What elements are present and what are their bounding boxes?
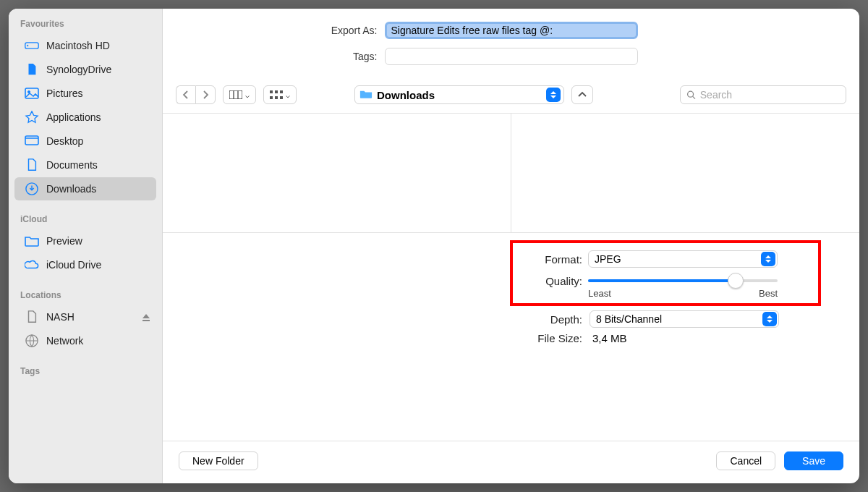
quality-best: Best xyxy=(759,288,778,299)
folder-popup-label: Downloads xyxy=(377,89,435,101)
sidebar-item-network[interactable]: Network xyxy=(14,329,156,352)
eject-icon[interactable] xyxy=(142,313,150,321)
documents-icon xyxy=(25,158,39,171)
drive-icon xyxy=(25,310,39,323)
cloud-icon xyxy=(25,258,39,271)
quality-slider[interactable] xyxy=(588,273,778,288)
svg-rect-13 xyxy=(275,90,278,93)
svg-point-18 xyxy=(688,91,694,97)
filesize-label: File Size: xyxy=(163,332,582,344)
filesize-value: 3,4 MB xyxy=(592,332,627,344)
sidebar-item-label: Applications xyxy=(46,111,101,123)
section-tags: Tags xyxy=(9,363,162,381)
export-options: Format: JPEG Quality: Least Best xyxy=(163,233,859,441)
svg-line-19 xyxy=(693,96,695,98)
search-box[interactable] xyxy=(680,85,846,104)
highlighted-box: Format: JPEG Quality: Least Best xyxy=(510,240,821,306)
header: Export As: Tags: xyxy=(163,9,859,81)
sidebar-item-documents[interactable]: Documents xyxy=(14,153,156,177)
document-icon xyxy=(25,63,39,76)
export-dialog: Favourites Macintosh HD SynologyDrive Pi… xyxy=(9,9,859,483)
search-icon xyxy=(686,90,696,100)
sidebar-item-label: Preview xyxy=(46,235,82,247)
sidebar-item-desktop[interactable]: Desktop xyxy=(14,130,156,153)
view-grid-button[interactable]: ⌵ xyxy=(263,85,297,104)
chevron-down-icon: ⌵ xyxy=(245,91,250,99)
sidebar-item-label: iCloud Drive xyxy=(46,259,101,271)
sidebar-item-label: Macintosh HD xyxy=(46,40,110,51)
main-panel: Export As: Tags: ⌵ ⌵ xyxy=(163,9,859,483)
browser-column-2[interactable] xyxy=(511,114,859,232)
sidebar-item-downloads[interactable]: Downloads xyxy=(14,177,156,200)
harddrive-icon xyxy=(25,39,39,52)
sidebar-item-preview[interactable]: Preview xyxy=(14,229,156,253)
sidebar-item-label: NASH xyxy=(46,311,75,323)
svg-rect-7 xyxy=(142,320,150,321)
sidebar-item-synologydrive[interactable]: SynologyDrive xyxy=(14,58,156,81)
svg-rect-4 xyxy=(25,136,38,145)
sidebar-item-label: Network xyxy=(46,335,83,347)
svg-rect-2 xyxy=(25,88,38,98)
sidebar-item-pictures[interactable]: Pictures xyxy=(14,82,156,105)
sidebar-item-icloud-drive[interactable]: iCloud Drive xyxy=(14,253,156,276)
sidebar-item-label: Pictures xyxy=(46,88,83,99)
cancel-button[interactable]: Cancel xyxy=(716,451,775,470)
toolbar: ⌵ ⌵ Downloads xyxy=(163,81,859,114)
export-as-input[interactable] xyxy=(385,22,638,39)
folder-popup[interactable]: Downloads xyxy=(354,85,564,104)
format-label: Format: xyxy=(522,253,582,266)
stepper-icon xyxy=(546,88,561,102)
sidebar-item-nash[interactable]: NASH xyxy=(14,305,156,328)
svg-rect-16 xyxy=(275,96,278,99)
svg-rect-17 xyxy=(280,96,283,99)
format-value: JPEG xyxy=(595,253,621,265)
stepper-icon xyxy=(761,252,775,266)
quality-scale: Least Best xyxy=(588,288,778,299)
nav-back-forward xyxy=(176,85,216,104)
svg-point-1 xyxy=(27,45,28,46)
export-as-label: Export As: xyxy=(168,25,385,36)
network-icon xyxy=(25,334,39,347)
pictures-icon xyxy=(25,87,39,100)
search-input[interactable] xyxy=(700,89,840,101)
new-folder-button[interactable]: New Folder xyxy=(179,451,258,470)
depth-popup[interactable]: 8 Bits/Channel xyxy=(590,310,779,328)
collapse-button[interactable] xyxy=(571,85,593,104)
applications-icon xyxy=(25,111,39,124)
sidebar-item-label: SynologyDrive xyxy=(46,64,111,75)
tags-label: Tags: xyxy=(168,51,385,62)
back-button[interactable] xyxy=(176,85,195,104)
svg-rect-14 xyxy=(280,90,283,93)
browser-column-1[interactable] xyxy=(163,114,511,232)
sidebar: Favourites Macintosh HD SynologyDrive Pi… xyxy=(9,9,163,483)
downloads-icon xyxy=(25,182,39,195)
quality-least: Least xyxy=(588,288,611,299)
sidebar-item-applications[interactable]: Applications xyxy=(14,106,156,129)
save-button[interactable]: Save xyxy=(784,451,843,470)
sidebar-item-label: Downloads xyxy=(46,183,96,195)
forward-button[interactable] xyxy=(195,85,216,104)
sidebar-item-macintosh-hd[interactable]: Macintosh HD xyxy=(14,34,156,57)
folder-icon xyxy=(25,234,39,247)
depth-label: Depth: xyxy=(163,313,582,326)
svg-rect-12 xyxy=(270,90,273,93)
footer: New Folder Cancel Save xyxy=(163,441,859,483)
format-popup[interactable]: JPEG xyxy=(588,250,778,268)
svg-rect-9 xyxy=(229,90,242,99)
depth-value: 8 Bits/Channel xyxy=(596,313,662,325)
section-locations: Locations xyxy=(9,287,162,305)
section-favourites: Favourites xyxy=(9,16,162,33)
sidebar-item-label: Desktop xyxy=(46,135,83,147)
sidebar-item-label: Documents xyxy=(46,159,98,171)
chevron-down-icon: ⌵ xyxy=(286,91,290,99)
desktop-icon xyxy=(25,135,39,148)
section-icloud: iCloud xyxy=(9,211,162,229)
view-columns-button[interactable]: ⌵ xyxy=(223,85,256,104)
quality-label: Quality: xyxy=(522,275,582,287)
tags-input[interactable] xyxy=(385,48,638,65)
file-browser[interactable] xyxy=(163,114,859,233)
svg-rect-15 xyxy=(270,96,273,99)
stepper-icon xyxy=(762,312,777,326)
folder-icon xyxy=(359,90,373,100)
